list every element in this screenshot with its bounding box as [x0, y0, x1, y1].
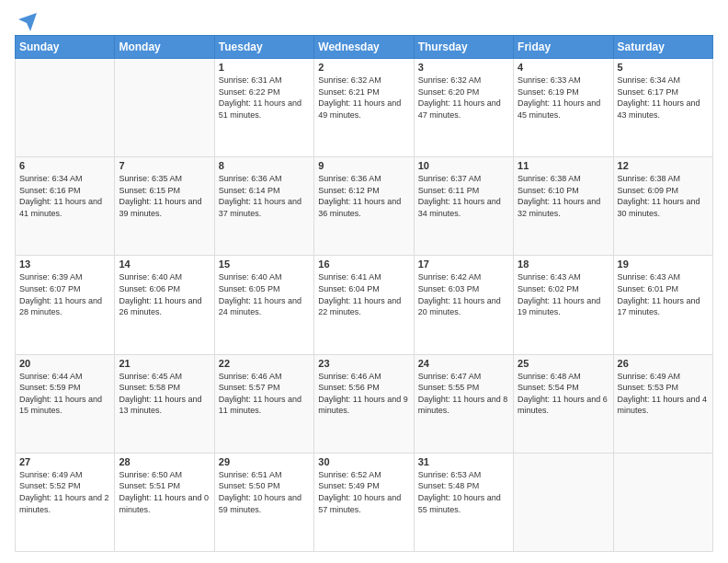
calendar-day-cell: 17Sunrise: 6:42 AMSunset: 6:03 PMDayligh… [414, 256, 513, 354]
calendar-day-cell: 30Sunrise: 6:52 AMSunset: 5:49 PMDayligh… [314, 453, 414, 551]
calendar-day-cell: 3Sunrise: 6:32 AMSunset: 6:20 PMDaylight… [414, 59, 513, 157]
day-info: Sunrise: 6:43 AMSunset: 6:02 PMDaylight:… [518, 271, 609, 317]
calendar-day-cell: 27Sunrise: 6:49 AMSunset: 5:52 PMDayligh… [16, 453, 115, 551]
day-number: 10 [418, 160, 509, 171]
calendar-day-cell: 28Sunrise: 6:50 AMSunset: 5:51 PMDayligh… [115, 453, 214, 551]
day-number: 28 [119, 456, 210, 467]
calendar-day-cell [115, 59, 214, 157]
weekday-header-monday: Monday [115, 36, 214, 59]
weekday-header-row: SundayMondayTuesdayWednesdayThursdayFrid… [16, 36, 713, 59]
day-info: Sunrise: 6:36 AMSunset: 6:14 PMDaylight:… [219, 173, 310, 219]
day-info: Sunrise: 6:48 AMSunset: 5:54 PMDaylight:… [518, 371, 609, 417]
day-number: 20 [19, 358, 110, 369]
day-info: Sunrise: 6:34 AMSunset: 6:16 PMDaylight:… [19, 173, 110, 219]
calendar-day-cell: 9Sunrise: 6:36 AMSunset: 6:12 PMDaylight… [314, 157, 414, 256]
calendar-day-cell: 8Sunrise: 6:36 AMSunset: 6:14 PMDaylight… [214, 157, 313, 256]
calendar-day-cell: 15Sunrise: 6:40 AMSunset: 6:05 PMDayligh… [214, 256, 313, 354]
day-info: Sunrise: 6:38 AMSunset: 6:10 PMDaylight:… [518, 173, 609, 219]
weekday-header-friday: Friday [514, 36, 613, 59]
header [15, 11, 713, 29]
weekday-header-saturday: Saturday [613, 36, 712, 59]
calendar-week-row: 6Sunrise: 6:34 AMSunset: 6:16 PMDaylight… [16, 157, 713, 256]
calendar-week-row: 20Sunrise: 6:44 AMSunset: 5:59 PMDayligh… [16, 354, 713, 453]
day-number: 15 [219, 259, 310, 270]
calendar-week-row: 13Sunrise: 6:39 AMSunset: 6:07 PMDayligh… [16, 256, 713, 354]
day-info: Sunrise: 6:45 AMSunset: 5:58 PMDaylight:… [119, 371, 210, 417]
day-info: Sunrise: 6:34 AMSunset: 6:17 PMDaylight:… [618, 75, 709, 121]
calendar-day-cell: 22Sunrise: 6:46 AMSunset: 5:57 PMDayligh… [214, 354, 313, 453]
day-info: Sunrise: 6:46 AMSunset: 5:57 PMDaylight:… [219, 371, 310, 417]
calendar-week-row: 1Sunrise: 6:31 AMSunset: 6:22 PMDaylight… [16, 59, 713, 157]
calendar-day-cell: 26Sunrise: 6:49 AMSunset: 5:53 PMDayligh… [613, 354, 712, 453]
day-info: Sunrise: 6:47 AMSunset: 5:55 PMDaylight:… [418, 371, 509, 417]
day-info: Sunrise: 6:42 AMSunset: 6:03 PMDaylight:… [418, 271, 509, 317]
day-number: 16 [318, 259, 409, 270]
day-info: Sunrise: 6:38 AMSunset: 6:09 PMDaylight:… [618, 173, 709, 219]
day-number: 24 [418, 358, 509, 369]
day-info: Sunrise: 6:46 AMSunset: 5:56 PMDaylight:… [318, 371, 409, 417]
day-number: 7 [119, 160, 210, 171]
day-info: Sunrise: 6:33 AMSunset: 6:19 PMDaylight:… [518, 75, 609, 121]
calendar-day-cell: 4Sunrise: 6:33 AMSunset: 6:19 PMDaylight… [514, 59, 613, 157]
day-number: 1 [219, 62, 310, 73]
day-number: 30 [318, 456, 409, 467]
calendar-day-cell: 24Sunrise: 6:47 AMSunset: 5:55 PMDayligh… [414, 354, 513, 453]
day-number: 25 [518, 358, 609, 369]
day-number: 29 [219, 456, 310, 467]
calendar-day-cell: 10Sunrise: 6:37 AMSunset: 6:11 PMDayligh… [414, 157, 513, 256]
day-info: Sunrise: 6:36 AMSunset: 6:12 PMDaylight:… [318, 173, 409, 219]
calendar-day-cell: 2Sunrise: 6:32 AMSunset: 6:21 PMDaylight… [314, 59, 414, 157]
page: SundayMondayTuesdayWednesdayThursdayFrid… [0, 0, 728, 563]
calendar-day-cell: 19Sunrise: 6:43 AMSunset: 6:01 PMDayligh… [613, 256, 712, 354]
day-number: 2 [318, 62, 409, 73]
calendar-day-cell: 21Sunrise: 6:45 AMSunset: 5:58 PMDayligh… [115, 354, 214, 453]
calendar-day-cell [514, 453, 613, 551]
calendar-day-cell: 25Sunrise: 6:48 AMSunset: 5:54 PMDayligh… [514, 354, 613, 453]
day-number: 22 [219, 358, 310, 369]
calendar-day-cell: 18Sunrise: 6:43 AMSunset: 6:02 PMDayligh… [514, 256, 613, 354]
day-info: Sunrise: 6:41 AMSunset: 6:04 PMDaylight:… [318, 271, 409, 317]
weekday-header-sunday: Sunday [16, 36, 115, 59]
calendar-day-cell: 16Sunrise: 6:41 AMSunset: 6:04 PMDayligh… [314, 256, 414, 354]
weekday-header-tuesday: Tuesday [214, 36, 313, 59]
calendar-table: SundayMondayTuesdayWednesdayThursdayFrid… [15, 35, 713, 552]
day-info: Sunrise: 6:31 AMSunset: 6:22 PMDaylight:… [219, 75, 310, 121]
calendar-day-cell: 14Sunrise: 6:40 AMSunset: 6:06 PMDayligh… [115, 256, 214, 354]
calendar-day-cell: 31Sunrise: 6:53 AMSunset: 5:48 PMDayligh… [414, 453, 513, 551]
calendar-day-cell [613, 453, 712, 551]
day-number: 6 [19, 160, 110, 171]
day-number: 13 [19, 259, 110, 270]
day-number: 21 [119, 358, 210, 369]
day-info: Sunrise: 6:50 AMSunset: 5:51 PMDaylight:… [119, 469, 210, 515]
day-number: 3 [418, 62, 509, 73]
calendar-day-cell: 13Sunrise: 6:39 AMSunset: 6:07 PMDayligh… [16, 256, 115, 354]
calendar-day-cell: 20Sunrise: 6:44 AMSunset: 5:59 PMDayligh… [16, 354, 115, 453]
day-number: 11 [518, 160, 609, 171]
day-number: 19 [618, 259, 709, 270]
calendar-day-cell: 7Sunrise: 6:35 AMSunset: 6:15 PMDaylight… [115, 157, 214, 256]
day-info: Sunrise: 6:49 AMSunset: 5:53 PMDaylight:… [618, 371, 709, 417]
day-number: 18 [518, 259, 609, 270]
day-number: 17 [418, 259, 509, 270]
day-number: 27 [19, 456, 110, 467]
day-info: Sunrise: 6:53 AMSunset: 5:48 PMDaylight:… [418, 469, 509, 515]
day-number: 4 [518, 62, 609, 73]
day-number: 14 [119, 259, 210, 270]
day-info: Sunrise: 6:49 AMSunset: 5:52 PMDaylight:… [19, 469, 110, 515]
calendar-day-cell: 6Sunrise: 6:34 AMSunset: 6:16 PMDaylight… [16, 157, 115, 256]
day-info: Sunrise: 6:37 AMSunset: 6:11 PMDaylight:… [418, 173, 509, 219]
day-info: Sunrise: 6:51 AMSunset: 5:50 PMDaylight:… [219, 469, 310, 515]
calendar-week-row: 27Sunrise: 6:49 AMSunset: 5:52 PMDayligh… [16, 453, 713, 551]
day-number: 9 [318, 160, 409, 171]
day-number: 8 [219, 160, 310, 171]
weekday-header-thursday: Thursday [414, 36, 513, 59]
day-info: Sunrise: 6:44 AMSunset: 5:59 PMDaylight:… [19, 371, 110, 417]
day-number: 31 [418, 456, 509, 467]
day-info: Sunrise: 6:39 AMSunset: 6:07 PMDaylight:… [19, 271, 110, 317]
calendar-day-cell: 11Sunrise: 6:38 AMSunset: 6:10 PMDayligh… [514, 157, 613, 256]
calendar-day-cell: 5Sunrise: 6:34 AMSunset: 6:17 PMDaylight… [613, 59, 712, 157]
day-info: Sunrise: 6:52 AMSunset: 5:49 PMDaylight:… [318, 469, 409, 515]
logo [15, 11, 39, 29]
day-number: 5 [618, 62, 709, 73]
calendar-day-cell: 12Sunrise: 6:38 AMSunset: 6:09 PMDayligh… [613, 157, 712, 256]
